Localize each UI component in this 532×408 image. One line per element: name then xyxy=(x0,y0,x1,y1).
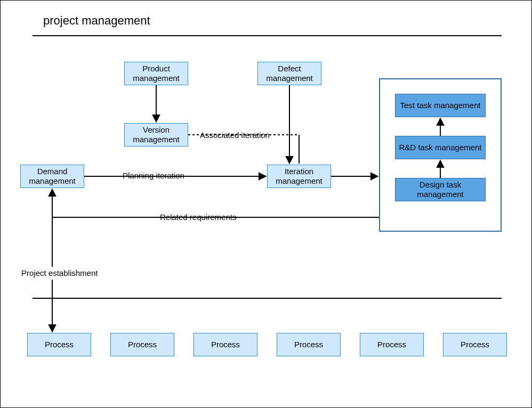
node-process: Process xyxy=(277,333,341,356)
node-test-task: Test task management xyxy=(395,94,486,117)
title-underline xyxy=(33,35,502,36)
diagram-title: project management xyxy=(43,14,150,28)
node-demand: Demand management xyxy=(20,165,84,188)
node-process: Process xyxy=(194,333,257,356)
label-project-establishment: Project establishment xyxy=(19,268,100,278)
node-product: Product management xyxy=(124,62,188,85)
node-iteration: Iteration management xyxy=(267,165,331,188)
node-version: Version management xyxy=(124,123,188,146)
section-divider xyxy=(33,298,502,299)
diagram-canvas: project management Demand management Pro… xyxy=(0,0,532,408)
node-process: Process xyxy=(27,333,91,356)
node-process: Process xyxy=(110,333,174,356)
label-related-requirements: Related requirements xyxy=(158,213,238,222)
node-design-task: Design task management xyxy=(395,178,486,201)
node-rd-task: R&D task management xyxy=(395,136,486,159)
label-associated-iteration: Associated iteration xyxy=(198,130,272,140)
node-defect: Defect management xyxy=(257,62,321,85)
node-process: Process xyxy=(443,333,507,356)
node-process: Process xyxy=(360,333,424,356)
label-planning-iteration: Planning iteration xyxy=(120,171,187,180)
